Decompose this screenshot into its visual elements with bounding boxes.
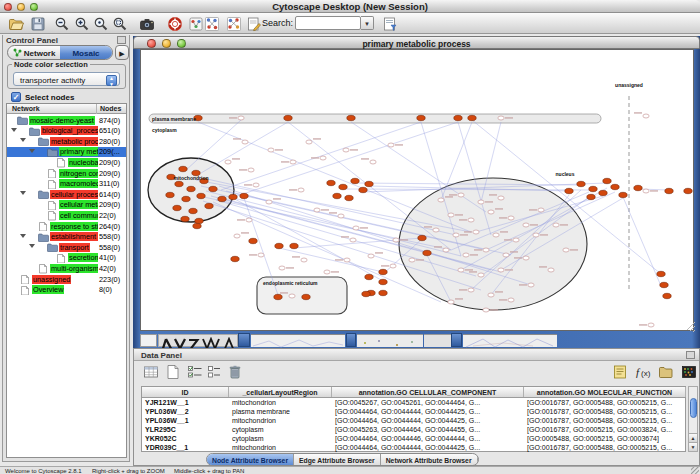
select-nodes-checkbox[interactable]: ✓	[11, 92, 21, 102]
scroll-down-button[interactable]: ▼	[689, 442, 697, 451]
table-cell: mitochondrion	[229, 443, 332, 452]
search-input[interactable]	[295, 16, 361, 30]
tree-row[interactable]: response to stimulu264(0)	[7, 221, 126, 232]
expand-arrow-icon[interactable]	[29, 149, 35, 153]
zoom-hint: Right-click + drag to ZOOM	[92, 468, 165, 474]
unselect-attributes-icon[interactable]	[206, 363, 224, 381]
tree-row[interactable]: cellular metabol209(0)	[7, 200, 126, 211]
column-header[interactable]: annotation.GO MOLECULAR_FUNCTION	[524, 387, 686, 397]
select-attributes-icon[interactable]	[186, 363, 204, 381]
svg-text:mitochondrion: mitochondrion	[174, 175, 209, 181]
tree-row-count: 280(0)	[99, 137, 121, 146]
background-window-edge[interactable]	[346, 333, 356, 347]
file-icon	[48, 180, 56, 190]
snapshot-icon[interactable]	[137, 14, 157, 33]
tree-row[interactable]: primary metabolic209(...	[7, 147, 126, 158]
tree-row-label: nitrogen compo	[59, 169, 98, 178]
tab-edge-attribute-browser[interactable]: Edge Attribute Browser	[294, 454, 381, 465]
new-attribute-icon[interactable]	[164, 363, 182, 381]
tree-row[interactable]: Overview8(0)	[7, 285, 126, 296]
tab-network-attribute-browser[interactable]: Network Attribute Browser	[381, 454, 478, 465]
folder-icon	[17, 116, 28, 125]
import-folder-icon[interactable]	[657, 363, 675, 381]
background-window-edge[interactable]	[451, 333, 462, 347]
attribute-table: ID_cellularLayoutRegionannotation.GO CEL…	[141, 386, 686, 452]
tree-row[interactable]: transport558(0)	[7, 242, 126, 253]
attribute-table-header[interactable]: ID_cellularLayoutRegionannotation.GO CEL…	[142, 387, 685, 398]
data-panel-float-icon[interactable]	[686, 351, 695, 359]
tree-row[interactable]: establishment of lo558(0)	[7, 232, 126, 243]
resize-grip[interactable]	[691, 467, 699, 474]
notes-icon[interactable]	[611, 363, 629, 381]
attribute-table-rows: YJR121W__1mitochondrion[GO:0045267, GO:0…	[142, 398, 685, 452]
table-row[interactable]: YDR039C__1mitochondrion[GO:0044464, GO:0…	[142, 443, 685, 452]
tree-row[interactable]: multi-organism pro42(0)	[7, 263, 126, 274]
matrix-icon[interactable]	[680, 363, 698, 381]
window-titlebar[interactable]: Cytoscape Desktop (New Session)	[0, 0, 700, 13]
expand-arrow-icon[interactable]	[29, 244, 35, 248]
tab-network[interactable]: Network	[8, 46, 60, 59]
expand-arrow-icon[interactable]	[20, 191, 26, 195]
tab-node-attribute-browser[interactable]: Node Attribute Browser	[207, 454, 294, 465]
network-window-titlebar[interactable]: primary metabolic process	[133, 36, 700, 49]
column-header[interactable]: annotation.GO CELLULAR_COMPONENT	[332, 387, 524, 397]
tree-row[interactable]: unassigned223(0)	[7, 274, 126, 285]
tree-row-count: 614(0)	[99, 190, 121, 199]
tree-row-label: macromolecule	[59, 179, 98, 188]
column-header[interactable]: ID	[142, 387, 229, 397]
table-cell: [GO:0045263, GO:0044464, GO:0044455, G..…	[332, 425, 524, 434]
tree-row[interactable]: cell communicat22(0)	[7, 210, 126, 221]
svg-text:endoplasmic reticulum: endoplasmic reticulum	[263, 280, 318, 286]
node-color-dropdown[interactable]: transporter activity ▲▼	[13, 72, 120, 86]
scrollbar-thumb[interactable]	[690, 398, 697, 418]
table-cell: [GO:0044464, GO:0044444, GO:0044425, G..…	[332, 443, 524, 452]
tree-row[interactable]: nitrogen compo209(0)	[7, 168, 126, 179]
search-options-icon[interactable]	[380, 14, 400, 33]
tree-row[interactable]: metabolic process280(0)	[7, 136, 126, 147]
tree-row[interactable]: macromolecule311(0)	[7, 179, 126, 190]
scroll-up-button[interactable]: ▲	[689, 433, 697, 442]
delete-attribute-icon[interactable]	[226, 363, 244, 381]
table-cell: [GO:0016787, GO:0005488, GO:0005215, G..…	[524, 443, 686, 452]
background-window-edge[interactable]	[238, 333, 250, 347]
expand-arrow-icon[interactable]	[11, 128, 17, 132]
more-tabs-button[interactable]: ▶	[115, 45, 129, 60]
tree-row-label: nucleobase-con	[68, 158, 98, 167]
data-panel-titlebar[interactable]: Data Panel	[134, 349, 699, 361]
table-row[interactable]: YJR121W__1mitochondrion[GO:0045267, GO:0…	[142, 398, 685, 407]
network-canvas[interactable]: plasma membranecytoplasmmitochondrionnuc…	[140, 49, 694, 331]
table-row[interactable]: YLR295Ccytoplasm[GO:0045263, GO:0044464,…	[142, 425, 685, 434]
expand-arrow-icon[interactable]	[20, 234, 26, 238]
attribute-table-icon[interactable]	[142, 363, 160, 381]
table-scrollbar[interactable]: ▲ ▼	[688, 386, 698, 452]
tree-row[interactable]: nucleobase-con209(0)	[7, 157, 126, 168]
zoom-out-icon[interactable]	[52, 14, 72, 33]
zoom-fit-icon[interactable]	[91, 14, 111, 33]
tree-row[interactable]: mosaic-demo-yeast874(0)	[7, 115, 126, 126]
search-dropdown-button[interactable]: ▼	[361, 16, 374, 30]
tree-row-count: 8(0)	[99, 285, 113, 294]
zoom-selected-icon[interactable]	[110, 14, 130, 33]
file-icon	[48, 169, 56, 179]
layout-network-2-icon[interactable]	[224, 14, 244, 33]
layout-network-1-icon[interactable]	[202, 14, 222, 33]
tree-row[interactable]: cellular process614(0)	[7, 189, 126, 200]
tab-mosaic[interactable]: Mosaic	[60, 46, 112, 59]
tree-row[interactable]: secretion41(0)	[7, 253, 126, 264]
save-icon[interactable]	[28, 14, 48, 33]
annotation-icon[interactable]	[244, 14, 264, 33]
tree-row[interactable]: biological_process651(0)	[7, 126, 126, 137]
network-tab-icon	[13, 48, 22, 57]
table-row[interactable]: YPL036W__1mitochondrion[GO:0044464, GO:0…	[142, 416, 685, 425]
expand-arrow-icon[interactable]	[20, 138, 26, 142]
table-row[interactable]: YKR052Ccytoplasm[GO:0044464, GO:0044446,…	[142, 434, 685, 443]
open-file-icon[interactable]	[6, 14, 26, 33]
table-row[interactable]: YPL036W__2plasma membrane[GO:0044464, GO…	[142, 407, 685, 416]
column-header[interactable]: _cellularLayoutRegion	[229, 387, 332, 397]
tree-row-count: 311(0)	[99, 179, 121, 188]
float-panel-icon[interactable]	[117, 36, 126, 44]
formula-fx-icon[interactable]: f(x)	[634, 363, 652, 381]
tree-row-label: biological_process	[41, 126, 98, 135]
help-icon[interactable]	[165, 14, 185, 33]
zoom-in-icon[interactable]	[72, 14, 92, 33]
